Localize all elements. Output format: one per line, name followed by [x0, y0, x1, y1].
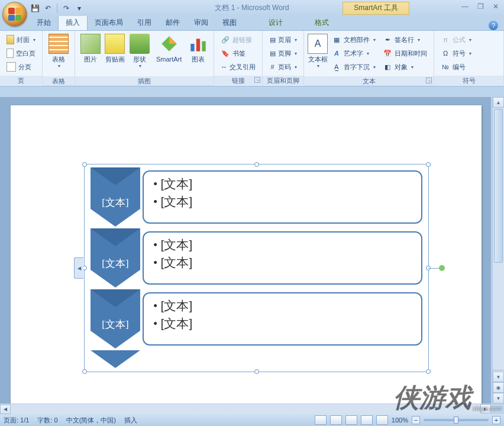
scroll-left-button[interactable]: ◀ — [0, 405, 11, 414]
bookmark-button[interactable]: 🔖书签 — [218, 47, 259, 60]
document-viewport[interactable]: ◀ [文本] • [文本] • [文本] [文本] • [文本] • [文本] — [0, 97, 491, 404]
minimize-button[interactable]: — — [460, 2, 470, 11]
number-icon: № — [441, 62, 450, 72]
clipart-button[interactable]: 剪贴画 — [103, 33, 128, 76]
zoom-in-button[interactable]: + — [492, 416, 500, 424]
save-icon[interactable]: 💾 — [30, 3, 40, 14]
view-printlayout-button[interactable] — [315, 415, 327, 425]
undo-icon[interactable]: ↶ — [43, 3, 53, 14]
crossref-button[interactable]: ↔交叉引用 — [218, 60, 259, 73]
tab-design[interactable]: 设计 — [261, 15, 290, 30]
svg-marker-11 — [91, 350, 140, 368]
wordart-button[interactable]: A艺术字▾ — [329, 47, 379, 60]
smartart-row-3[interactable]: [文本] • [文本] • [文本] — [91, 289, 422, 348]
status-page[interactable]: 页面: 1/1 — [4, 416, 29, 425]
textbox-button[interactable]: A文本框▾ — [307, 33, 328, 76]
smartart-row-2[interactable]: [文本] • [文本] • [文本] — [91, 228, 422, 288]
rotate-handle[interactable] — [439, 265, 445, 271]
tab-insert[interactable]: 插入 — [58, 15, 88, 30]
resize-handle-t[interactable] — [254, 162, 259, 167]
number-button[interactable]: №编号 — [438, 60, 500, 73]
smartart-frame[interactable]: ◀ [文本] • [文本] • [文本] [文本] • [文本] • [文本] — [84, 164, 429, 372]
cover-page-button[interactable]: 封面▾ — [4, 33, 38, 46]
group-headerfooter: ▤页眉▾ ▤页脚▾ #页码▾ 页眉和页脚 — [263, 31, 304, 85]
equation-button[interactable]: π公式▾ — [438, 33, 500, 46]
resize-handle-br[interactable] — [426, 369, 431, 374]
quickparts-button[interactable]: ▦文档部件▾ — [329, 33, 379, 46]
table-button[interactable]: 表格▾ — [46, 33, 72, 76]
tab-references[interactable]: 引用 — [130, 15, 159, 30]
hyperlink-icon: 🔗 — [221, 35, 230, 44]
chevron-1-text[interactable]: [文本] — [91, 196, 140, 209]
bullet-box-2[interactable]: • [文本] • [文本] — [143, 231, 422, 285]
resize-handle-b[interactable] — [254, 369, 259, 374]
textpane-toggle[interactable]: ◀ — [74, 257, 83, 279]
header-button[interactable]: ▤页眉▾ — [266, 33, 300, 46]
status-words[interactable]: 字数: 0 — [37, 416, 57, 425]
bullet-box-1[interactable]: • [文本] • [文本] — [143, 170, 422, 224]
chart-icon — [188, 34, 208, 54]
object-icon: ◧ — [383, 62, 392, 72]
restore-button[interactable]: ❐ — [476, 2, 485, 11]
symbol-button[interactable]: Ω符号▾ — [438, 47, 500, 60]
bullet-3-2[interactable]: • [文本] — [153, 315, 412, 333]
qat-customize-icon[interactable]: ▾ — [74, 3, 85, 14]
window-title: 文档 1 - Microsoft Word — [215, 3, 289, 13]
tab-start[interactable]: 开始 — [30, 15, 58, 30]
status-mode[interactable]: 插入 — [124, 416, 137, 425]
zoom-slider[interactable] — [424, 419, 489, 421]
prev-page-button[interactable]: ◉ — [493, 382, 504, 393]
help-button[interactable]: ? — [489, 21, 498, 30]
resize-handle-bl[interactable] — [82, 369, 87, 374]
office-button[interactable] — [2, 2, 27, 27]
tab-mailings[interactable]: 邮件 — [159, 15, 187, 30]
bullet-1-1[interactable]: • [文本] — [153, 175, 412, 193]
next-page-button[interactable]: ▼ — [493, 393, 504, 404]
hyperlink-button[interactable]: 🔗超链接 — [218, 33, 259, 46]
tab-view[interactable]: 视图 — [215, 15, 244, 30]
view-weblayout-button[interactable] — [345, 415, 357, 425]
bullet-3-1[interactable]: • [文本] — [153, 297, 412, 315]
signature-button[interactable]: ✒签名行▾ — [380, 33, 430, 46]
shapes-button[interactable]: 形状▾ — [127, 33, 152, 76]
scroll-down-button[interactable]: ▼ — [493, 372, 504, 382]
vertical-scrollbar[interactable]: ▲ ▼ ◉ ▼ — [492, 97, 504, 404]
resize-handle-tr[interactable] — [426, 162, 431, 167]
scroll-thumb-v[interactable] — [494, 109, 503, 263]
zoom-label[interactable]: 100% — [392, 417, 408, 424]
dropcap-button[interactable]: A̲首字下沉▾ — [329, 60, 379, 73]
bullet-2-2[interactable]: • [文本] — [153, 254, 412, 272]
view-fullscreen-button[interactable] — [330, 415, 342, 425]
object-button[interactable]: ◧对象▾ — [380, 60, 430, 73]
bullet-1-2[interactable]: • [文本] — [153, 193, 412, 211]
pagenum-button[interactable]: #页码▾ — [266, 60, 300, 73]
zoom-thumb[interactable] — [454, 417, 458, 424]
view-draft-button[interactable] — [376, 415, 388, 425]
page-break-button[interactable]: 分页 — [4, 60, 38, 73]
ribbon: 封面▾ 空白页 分页 页 表格▾ 表格 图片 剪贴画 形状▾ SmartArt … — [0, 31, 504, 86]
datetime-button[interactable]: 📅日期和时间 — [380, 47, 430, 60]
watermark-logo: 侠游戏 — [393, 380, 471, 415]
tab-format[interactable]: 格式 — [308, 15, 336, 30]
resize-handle-tl[interactable] — [82, 162, 87, 167]
smartart-button[interactable]: SmartArt — [152, 33, 186, 76]
redo-icon[interactable]: ↷ — [61, 3, 72, 14]
status-language[interactable]: 中文(简体，中国) — [66, 416, 116, 425]
bullet-2-1[interactable]: • [文本] — [153, 236, 412, 254]
picture-button[interactable]: 图片 — [78, 33, 103, 76]
footer-button[interactable]: ▤页脚▾ — [266, 47, 300, 60]
bullet-box-3[interactable]: • [文本] • [文本] — [143, 292, 422, 346]
smartart-row-1[interactable]: [文本] • [文本] • [文本] — [91, 167, 422, 227]
tab-review[interactable]: 审阅 — [187, 15, 215, 30]
chart-button[interactable]: 图表 — [186, 33, 211, 76]
close-button[interactable]: ✕ — [491, 2, 500, 11]
zoom-out-button[interactable]: − — [412, 416, 420, 424]
scroll-up-button[interactable]: ▲ — [493, 97, 504, 108]
chevron-2-text[interactable]: [文本] — [91, 257, 140, 270]
tab-pagelayout[interactable]: 页面布局 — [88, 15, 130, 30]
chevron-3-text[interactable]: [文本] — [91, 318, 140, 331]
links-launcher[interactable]: ↘ — [254, 77, 260, 83]
blank-page-button[interactable]: 空白页 — [4, 47, 38, 60]
text-launcher[interactable]: ↘ — [426, 78, 432, 83]
view-outline-button[interactable] — [361, 415, 373, 425]
